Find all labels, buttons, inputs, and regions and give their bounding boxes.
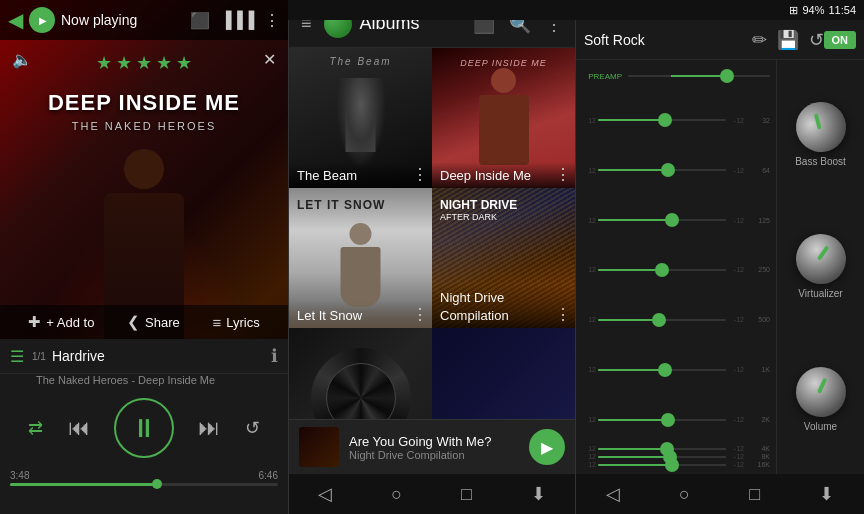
album-item-snow[interactable]: LET IT SNOW Let It Snow ⋮ bbox=[289, 188, 432, 328]
band-8k-freq: 8K bbox=[746, 453, 770, 460]
virtualizer-knob-container: Virtualizer bbox=[796, 234, 846, 299]
lyrics-button[interactable]: ≡ Lyrics bbox=[212, 313, 259, 331]
band-8k-top-db: 12 bbox=[580, 453, 596, 460]
pause-icon: ⏸ bbox=[131, 413, 157, 444]
band-1k-bot-db: -12 bbox=[728, 366, 744, 373]
progress-bar[interactable] bbox=[10, 483, 278, 486]
eq-band-250: 12 -12 250 bbox=[580, 246, 770, 295]
repeat-button[interactable]: ↺ bbox=[245, 417, 260, 439]
eq-band-64: 12 -12 64 bbox=[580, 146, 770, 195]
eq-nav-back[interactable]: ◁ bbox=[606, 483, 620, 505]
mini-play-button[interactable]: ▶ bbox=[529, 429, 565, 465]
beam-head bbox=[350, 78, 372, 100]
band-32-slider[interactable] bbox=[598, 119, 726, 121]
eq-header-icons: ✏ 💾 ↺ bbox=[752, 29, 824, 51]
next-button[interactable]: ⏭ bbox=[198, 415, 220, 441]
band-500-slider[interactable] bbox=[598, 319, 726, 321]
play-button-small[interactable] bbox=[29, 7, 55, 33]
album-more-night[interactable]: ⋮ bbox=[555, 305, 571, 324]
band-1k-slider[interactable] bbox=[598, 369, 726, 371]
progress-section: 3:48 6:46 bbox=[0, 466, 288, 490]
star-1[interactable]: ★ bbox=[96, 52, 112, 74]
album-art-content: DEEP INSIDE ME THE NAKED HEROES bbox=[0, 80, 288, 142]
add-to-button[interactable]: ✚ + Add to bbox=[28, 313, 94, 331]
status-time: 11:54 bbox=[828, 4, 856, 16]
album-label-night: Night Drive Compilation bbox=[432, 284, 575, 328]
bass-boost-label: Bass Boost bbox=[795, 156, 846, 167]
back-icon[interactable]: ◀ bbox=[8, 8, 23, 32]
preamp-slider[interactable] bbox=[628, 75, 770, 77]
band-64-knob bbox=[661, 163, 675, 177]
album-name-deep: Deep Inside Me bbox=[440, 168, 531, 183]
eq-band-4k: 12 -12 4K bbox=[580, 445, 770, 452]
band-500-top-db: 12 bbox=[580, 316, 596, 323]
eq-save-icon[interactable]: 💾 bbox=[777, 29, 799, 51]
virtualizer-knob[interactable] bbox=[788, 227, 852, 291]
albums-nav-home[interactable]: ○ bbox=[391, 484, 402, 505]
band-2k-slider[interactable] bbox=[598, 419, 726, 421]
eq-on-button[interactable]: ON bbox=[824, 31, 857, 49]
playlist-icon: ☰ bbox=[10, 347, 24, 366]
eq-band-32: 12 -12 32 bbox=[580, 96, 770, 145]
eq-reset-icon[interactable]: ↺ bbox=[809, 29, 824, 51]
volume-knob[interactable] bbox=[792, 363, 850, 421]
band-8k-slider[interactable] bbox=[598, 456, 726, 458]
band-2k-bot-db: -12 bbox=[728, 416, 744, 423]
star-2[interactable]: ★ bbox=[116, 52, 132, 74]
eq-nav-square[interactable]: □ bbox=[749, 484, 760, 505]
band-125-slider[interactable] bbox=[598, 219, 726, 221]
star-4[interactable]: ★ bbox=[156, 52, 172, 74]
after-dark-text: AFTER DARK bbox=[440, 212, 517, 222]
more-options-icon[interactable]: ⋮ bbox=[264, 11, 280, 30]
album-label-snow: Let It Snow bbox=[289, 302, 432, 328]
band-64-slider[interactable] bbox=[598, 169, 726, 171]
eq-pencil-icon[interactable]: ✏ bbox=[752, 29, 767, 51]
virtualizer-label: Virtualizer bbox=[798, 288, 842, 299]
eq-nav-home[interactable]: ○ bbox=[679, 484, 690, 505]
band-64-top-db: 12 bbox=[580, 167, 596, 174]
band-250-slider[interactable] bbox=[598, 269, 726, 271]
album-more-deep[interactable]: ⋮ bbox=[555, 165, 571, 184]
band-32-fill bbox=[598, 119, 665, 121]
volume-knob-container: Volume bbox=[796, 367, 846, 432]
eq-nav-down[interactable]: ⬇ bbox=[819, 483, 834, 505]
pause-button[interactable]: ⏸ bbox=[114, 398, 174, 458]
album-item-beam[interactable]: The Beam The Beam ⋮ bbox=[289, 48, 432, 188]
album-item-6[interactable] bbox=[432, 328, 575, 419]
eq-band-125: 12 -12 125 bbox=[580, 196, 770, 245]
band-500-freq: 500 bbox=[746, 316, 770, 323]
current-time: 3:48 bbox=[10, 470, 29, 481]
band-2k-top-db: 12 bbox=[580, 416, 596, 423]
shuffle-button[interactable]: ⇄ bbox=[28, 417, 43, 439]
deep-title-overlay: DEEP INSIDE ME bbox=[432, 58, 575, 68]
eq-band-2k: 12 -12 2K bbox=[580, 395, 770, 444]
info-icon[interactable]: ℹ bbox=[271, 345, 278, 367]
progress-fill bbox=[10, 483, 157, 486]
albums-nav-square[interactable]: □ bbox=[461, 484, 472, 505]
snow-person bbox=[333, 223, 388, 313]
album-item-spiral[interactable]: Are You Going With Me? ⋮ bbox=[289, 328, 432, 419]
band-4k-slider[interactable] bbox=[598, 448, 726, 450]
share-button[interactable]: ❮ Share bbox=[127, 313, 180, 331]
bass-boost-knob[interactable] bbox=[786, 93, 854, 161]
albums-nav-back[interactable]: ◁ bbox=[318, 483, 332, 505]
albums-nav-down[interactable]: ⬇ bbox=[531, 483, 546, 505]
album-item-night[interactable]: NIGHT DRIVE AFTER DARK Night Drive Compi… bbox=[432, 188, 575, 328]
album-item-deep[interactable]: DEEP INSIDE ME Deep Inside Me ⋮ bbox=[432, 48, 575, 188]
track-counter: 1/1 bbox=[32, 351, 46, 362]
prev-button[interactable]: ⏮ bbox=[68, 415, 90, 441]
band-125-knob bbox=[665, 213, 679, 227]
album-more-beam[interactable]: ⋮ bbox=[412, 165, 428, 184]
band-16k-top-db: 12 bbox=[580, 461, 596, 468]
track-name: Hardrive bbox=[52, 348, 105, 364]
star-3[interactable]: ★ bbox=[136, 52, 152, 74]
star-5[interactable]: ★ bbox=[176, 52, 192, 74]
eq-nav-bar: ◁ ○ □ ⬇ bbox=[576, 474, 864, 514]
preamp-label: PREAMP bbox=[580, 72, 622, 81]
rating-stars: ★ ★ ★ ★ ★ bbox=[0, 52, 288, 74]
cast-icon[interactable]: ⬛ bbox=[190, 11, 210, 30]
band-16k-slider[interactable] bbox=[598, 464, 726, 466]
equalizer-icon[interactable]: ▐▐▐ bbox=[220, 11, 254, 30]
album-name-beam: The Beam bbox=[297, 168, 357, 183]
album-more-snow[interactable]: ⋮ bbox=[412, 305, 428, 324]
